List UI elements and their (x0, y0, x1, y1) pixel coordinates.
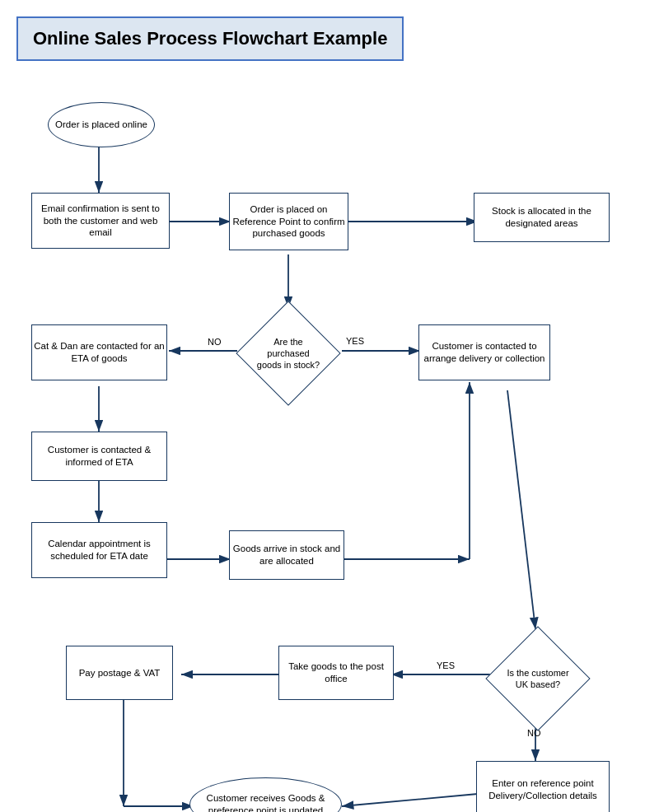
customer-contact-delivery-node: Customer is contacted to arrange deliver… (418, 324, 550, 380)
svg-line-16 (342, 794, 478, 806)
cat-dan-node: Cat & Dan are contacted for an ETA of go… (31, 324, 167, 380)
enter-ref-point-node: Enter on reference point Delivery/Collec… (476, 761, 610, 812)
order-ref-point-node: Order is placed on Reference Point to co… (229, 193, 348, 250)
email-confirm-node: Email confirmation is sent to both the c… (31, 193, 170, 249)
svg-line-12 (507, 390, 535, 629)
pay-postage-node: Pay postage & VAT (66, 646, 173, 700)
customer-receives-node: Customer receives Goods & preference poi… (189, 777, 342, 812)
stock-question-node: Are the purchased goods in stock? (239, 304, 338, 403)
title-box: Online Sales Process Flowchart Example (16, 16, 404, 61)
calendar-node: Calendar appointment is scheduled for ET… (31, 522, 167, 578)
order-placed-node: Order is placed online (48, 102, 155, 147)
stock-allocated-node: Stock is allocated in the designated are… (474, 193, 610, 242)
yes-label-uk: YES (437, 660, 455, 670)
uk-based-node: Is the customer UK based? (484, 625, 591, 732)
customer-informed-node: Customer is contacted & informed of ETA (31, 432, 167, 481)
no-label-stock: NO (208, 337, 222, 347)
page-title: Online Sales Process Flowchart Example (33, 28, 387, 49)
take-goods-post-node: Take goods to the post office (278, 646, 394, 700)
flowchart: YES NO YES NO Order is placed online Ema… (16, 86, 643, 812)
goods-arrive-node: Goods arrive in stock and are allocated (229, 530, 344, 580)
yes-label-stock: YES (346, 336, 364, 346)
